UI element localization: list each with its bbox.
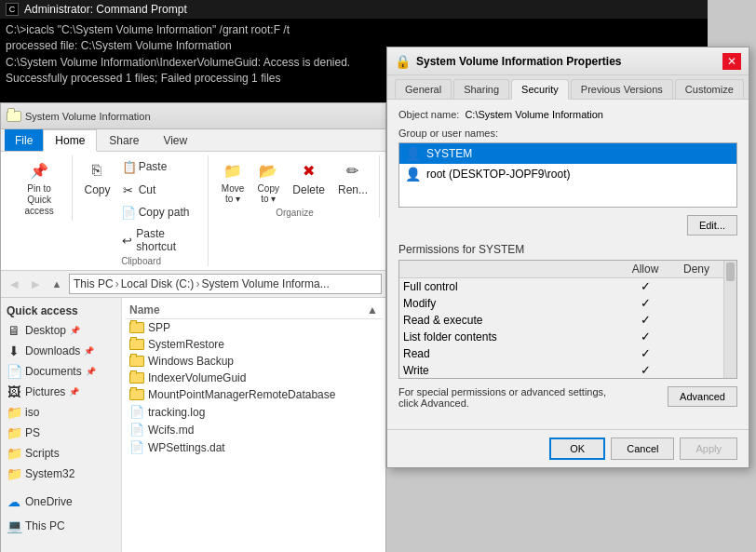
mountpoint-folder-icon (129, 389, 144, 400)
tracking-file-icon: 📄 (129, 405, 144, 419)
scripts-icon: 📁 (7, 446, 21, 461)
tab-security[interactable]: Security (511, 79, 569, 100)
file-item-windows-backup[interactable]: Windows Backup (126, 353, 382, 370)
tab-view[interactable]: View (151, 129, 199, 151)
file-item-systemrestore[interactable]: SystemRestore (126, 336, 382, 353)
paste-icon: 📋 (122, 159, 137, 174)
move-to-button[interactable]: 📁 Moveto ▾ (216, 155, 250, 208)
address-path[interactable]: This PC › Local Disk (C:) › System Volum… (69, 274, 382, 294)
sidebar-item-iso[interactable]: 📁 iso (1, 402, 121, 423)
user-item-system[interactable]: 👤 SYSTEM (399, 143, 736, 164)
sidebar-item-ps[interactable]: 📁 PS (1, 423, 121, 443)
tab-previous-versions[interactable]: Previous Versions (571, 79, 673, 99)
this-pc-icon: 💻 (7, 518, 21, 533)
back-button[interactable]: ◀ (5, 275, 23, 293)
pin-to-quick-access-button[interactable]: 📌 Pin to Quickaccess (12, 155, 66, 221)
sidebar-item-scripts[interactable]: 📁 Scripts (1, 443, 121, 464)
cmd-line-1: C:\>icacls "C:\System Volume Information… (6, 22, 702, 38)
group-label: Group or user names: (398, 128, 737, 139)
file-item-wcifs[interactable]: 📄 Wcifs.md (126, 421, 382, 438)
permissions-scrollbar[interactable] (723, 261, 736, 378)
sidebar-item-this-pc[interactable]: 💻 This PC (1, 516, 121, 536)
perm-fullcontrol-allow: ✓ (617, 279, 673, 293)
special-adv-row: For special permissions or advanced sett… (398, 386, 737, 416)
sidebar-item-documents[interactable]: 📄 Documents 📌 (1, 361, 121, 382)
perm-read-label: Read (403, 347, 617, 360)
ok-button[interactable]: OK (549, 438, 605, 460)
path-local-disk: Local Disk (C:) (121, 277, 195, 290)
user-item-root[interactable]: 👤 root (DESKTOP-JOPF9\root) (399, 164, 736, 184)
copy-to-icon: 📂 (257, 159, 279, 182)
sidebar-onedrive-label: OneDrive (25, 495, 73, 508)
permissions-label: Permissions for SYSTEM (398, 243, 737, 256)
copy-path-button[interactable]: 📄 Copy path (116, 202, 202, 222)
systemrestore-folder-icon (129, 339, 144, 350)
rename-icon: ✏ (342, 159, 364, 182)
paste-shortcut-label: Paste shortcut (136, 227, 197, 253)
up-button[interactable]: ▲ (47, 275, 66, 293)
tab-home[interactable]: Home (43, 129, 97, 152)
copy-to-label: Copyto ▾ (258, 183, 279, 204)
perm-modify-label: Modify (403, 297, 617, 310)
pin-indicator-3: 📌 (86, 367, 96, 376)
tab-sharing[interactable]: Sharing (453, 79, 509, 99)
permissions-container: Allow Deny Full control ✓ Modify ✓ Read … (398, 260, 737, 379)
file-item-mountpoint[interactable]: MountPointManagerRemoteDatabase (126, 386, 382, 403)
sidebar-item-downloads[interactable]: ⬇ Downloads 📌 (1, 341, 121, 361)
cut-button[interactable]: ✂ Cut (116, 180, 202, 200)
apply-button[interactable]: Apply (680, 438, 737, 460)
sidebar-item-desktop[interactable]: 🖥 Desktop 📌 (1, 320, 121, 341)
windows-backup-label: Windows Backup (148, 355, 234, 368)
organize-label: Organize (276, 208, 314, 218)
pictures-icon: 🖼 (7, 384, 21, 399)
object-name-field: Object name: C:\System Volume Informatio… (398, 109, 737, 120)
properties-dialog: 🔒 System Volume Information Properties ✕… (386, 47, 749, 468)
copy-button[interactable]: ⎘ Copy (80, 155, 114, 200)
tab-customize[interactable]: Customize (675, 79, 744, 99)
perm-write-label: Write (403, 364, 617, 377)
file-list-header[interactable]: Name ▲ (126, 302, 382, 319)
dialog-close-button[interactable]: ✕ (722, 53, 741, 70)
ribbon-group-organize: 📁 Moveto ▾ 📂 Copyto ▾ ✖ Delete ✏ Ren... … (210, 155, 380, 218)
advanced-button[interactable]: Advanced (668, 386, 737, 407)
tab-general[interactable]: General (395, 79, 452, 99)
sidebar-downloads-label: Downloads (25, 344, 80, 357)
sidebar-iso-label: iso (25, 406, 39, 419)
sidebar-this-pc-label: This PC (25, 519, 65, 532)
pin-indicator: 📌 (70, 326, 80, 335)
sidebar: Quick access 🖥 Desktop 📌 ⬇ Downloads 📌 📄… (1, 298, 122, 552)
cancel-button[interactable]: Cancel (611, 438, 674, 460)
sidebar-desktop-label: Desktop (25, 324, 66, 337)
ribbon-pin-items: 📌 Pin to Quickaccess (12, 155, 66, 221)
edit-button[interactable]: Edit... (687, 215, 737, 236)
paste-button[interactable]: 📋 Paste (116, 155, 202, 178)
tab-share[interactable]: Share (97, 129, 151, 151)
file-item-indexer[interactable]: IndexerVolumeGuid (126, 370, 382, 386)
wcifs-label: Wcifs.md (148, 424, 194, 437)
users-list[interactable]: 👤 SYSTEM 👤 root (DESKTOP-JOPF9\root) (398, 142, 737, 208)
rename-button[interactable]: ✏ Ren... (332, 155, 373, 200)
perm-row-read-execute: Read & execute ✓ (399, 312, 723, 329)
file-item-wpsettings[interactable]: 📄 WPSettings.dat (126, 438, 382, 456)
sidebar-item-system32[interactable]: 📁 System32 (1, 464, 121, 484)
delete-button[interactable]: ✖ Delete (287, 155, 331, 200)
tab-file[interactable]: File (5, 129, 43, 151)
sidebar-item-pictures[interactable]: 🖼 Pictures 📌 (1, 382, 121, 402)
file-item-spp[interactable]: SPP (126, 319, 382, 336)
copy-icon: ⎘ (86, 159, 108, 182)
windows-backup-folder-icon (129, 356, 144, 367)
indexer-folder-icon (129, 372, 144, 384)
spp-label: SPP (148, 321, 170, 334)
perm-row-list-folder: List folder contents ✓ (399, 329, 723, 345)
ribbon-group-pin: 📌 Pin to Quickaccess (7, 155, 73, 221)
perm-fullcontrol-label: Full control (403, 280, 617, 293)
file-item-tracking[interactable]: 📄 tracking.log (126, 403, 382, 421)
paste-shortcut-button[interactable]: ↩ Paste shortcut (116, 224, 202, 256)
pin-indicator-4: 📌 (69, 387, 79, 397)
forward-button[interactable]: ▶ (26, 275, 45, 293)
iso-icon: 📁 (7, 405, 21, 420)
copy-to-button[interactable]: 📂 Copyto ▾ (251, 155, 285, 208)
perm-row-fullcontrol: Full control ✓ (399, 278, 723, 295)
system32-icon: 📁 (7, 466, 21, 481)
sidebar-item-onedrive[interactable]: ☁ OneDrive (1, 491, 121, 512)
